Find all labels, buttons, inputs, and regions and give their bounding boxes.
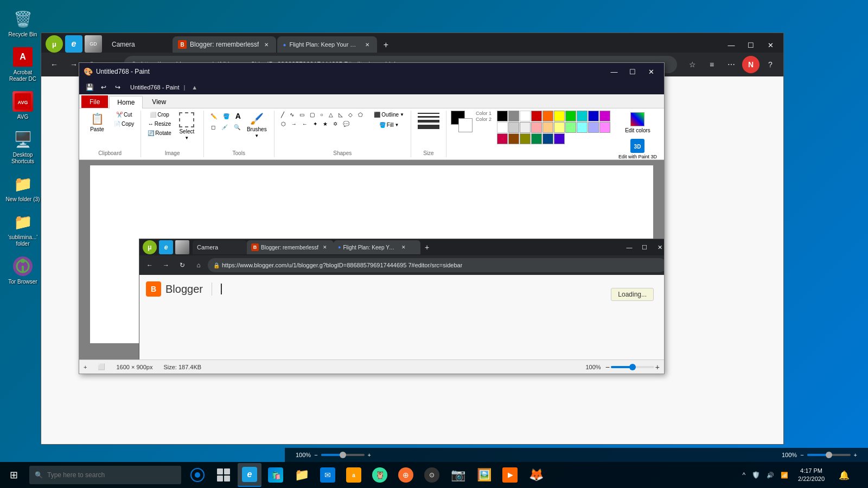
size-line-large[interactable] — [418, 120, 439, 123]
zoom-right-minus[interactable]: − — [800, 452, 803, 458]
paint-minimize-ribbon[interactable]: ▲ — [187, 83, 202, 92]
taskbar-clock[interactable]: 4:17 PM 2/22/2020 — [794, 467, 829, 484]
copy-button[interactable]: 📄 Copy — [112, 120, 136, 128]
swatch-indigo[interactable] — [554, 133, 565, 144]
crop-button[interactable]: ⬜ Crop — [145, 111, 173, 119]
swatch-red[interactable] — [531, 111, 542, 121]
show-desktop-button[interactable] — [859, 462, 863, 488]
select-button[interactable]: Select ▼ — [175, 111, 199, 142]
desktop-icon-avg[interactable]: AVG AVG — [3, 88, 43, 123]
swatch-white[interactable] — [520, 111, 531, 121]
shape-arrow-right[interactable]: → — [289, 120, 299, 128]
size-line-xlarge[interactable] — [418, 125, 439, 129]
swatch-lightcyan[interactable] — [577, 122, 588, 133]
swatch-black[interactable] — [497, 111, 508, 121]
swatch-blue[interactable] — [588, 111, 599, 121]
paint-minimize[interactable]: — — [605, 64, 623, 79]
swatch-lightgreen[interactable] — [565, 122, 576, 133]
tab-home[interactable]: Home — [109, 96, 143, 108]
tray-bitdefender[interactable]: 🛡️ — [750, 469, 762, 481]
help-button[interactable]: ? — [762, 56, 779, 73]
taskbar-firefox[interactable]: 🦊 — [524, 463, 548, 487]
color2-swatch[interactable] — [458, 118, 473, 132]
inner-reload[interactable]: ↻ — [175, 258, 189, 272]
edit-with-paint3d-button[interactable]: 3D Edit with Paint 3D — [616, 137, 660, 161]
swatch-lightpurple[interactable] — [599, 122, 610, 133]
swatch-cyan[interactable] — [577, 111, 588, 121]
browser-close[interactable]: ✕ — [762, 37, 779, 53]
swatch-crimson[interactable] — [497, 133, 508, 144]
shape-curve[interactable]: ∿ — [288, 111, 296, 119]
inner-blogger-tab-close[interactable]: ✕ — [323, 245, 327, 250]
shape-star5[interactable]: ★ — [321, 120, 330, 128]
size-line-medium[interactable] — [418, 116, 439, 118]
browser-minimize[interactable]: — — [723, 37, 740, 53]
qat-redo[interactable]: ↪ — [112, 81, 124, 93]
more-button[interactable]: ⋯ — [723, 56, 740, 73]
swatch-yellow[interactable] — [554, 111, 565, 121]
paint-canvas[interactable]: μ e Camera B Blogger: rememberlessf ✕ — [90, 165, 653, 343]
new-tab-button[interactable]: + — [378, 37, 393, 53]
swatch-lightorange[interactable] — [542, 122, 553, 133]
tab-file[interactable]: File — [81, 95, 108, 108]
inner-minimize[interactable]: — — [622, 240, 636, 254]
zoom-plus[interactable]: + — [655, 363, 660, 371]
inner-new-tab-button[interactable]: + — [420, 241, 433, 254]
inner-home[interactable]: ⌂ — [192, 258, 206, 272]
swatch-orange[interactable] — [542, 111, 553, 121]
desktop-icon-new-folder[interactable]: 📁 New folder (3) — [3, 170, 43, 206]
browser-tab-blogger[interactable]: B Blogger: rememberlessf ✕ — [173, 36, 276, 53]
taskbar-search[interactable]: 🔍 — [29, 466, 181, 484]
color-picker-button[interactable]: 💉 — [219, 123, 230, 131]
text-button[interactable]: A — [233, 111, 243, 121]
inner-forward[interactable]: → — [159, 258, 173, 272]
zoom-minus[interactable]: − — [605, 363, 610, 371]
paint-maximize[interactable]: ☐ — [624, 64, 641, 79]
shape-triangle[interactable]: △ — [327, 111, 335, 119]
swatch-gray[interactable] — [508, 111, 519, 121]
taskbar-store[interactable]: 🛍️ — [264, 463, 288, 487]
shape-diamond[interactable]: ◇ — [346, 111, 355, 119]
browser-tab-flight[interactable]: ● Flight Plan: Keep Your Eyes on... ✕ — [277, 36, 377, 53]
swatch-brown[interactable] — [508, 133, 519, 144]
inner-tab-camera[interactable]: Camera — [193, 240, 247, 254]
inner-flight-tab-close[interactable]: ✕ — [401, 245, 406, 250]
resize-button[interactable]: ↔ Resize — [145, 120, 173, 128]
taskbar-amazon[interactable]: a — [342, 463, 366, 487]
swatch-green[interactable] — [565, 111, 576, 121]
desktop-icon-recycle-bin[interactable]: 🗑️ Recycle Bin — [3, 5, 43, 41]
swatch-white2[interactable] — [497, 122, 508, 133]
pencil-button[interactable]: ✏️ — [208, 111, 219, 121]
shape-ellipse[interactable]: ○ — [318, 111, 326, 119]
favorites-button[interactable]: ☆ — [684, 56, 701, 73]
paint-close[interactable]: ✕ — [642, 64, 660, 79]
zoom-left-minus[interactable]: − — [314, 452, 317, 458]
shape-rounded-rect[interactable]: ▢ — [308, 111, 317, 119]
fill-shape-button[interactable]: 🪣 Fill ▼ — [372, 121, 406, 129]
start-button[interactable]: ⊞ — [0, 462, 27, 488]
hub-button[interactable]: ≡ — [703, 56, 720, 73]
swatch-navy[interactable] — [542, 133, 553, 144]
taskbar-tripadvisor[interactable]: 🦉 — [368, 463, 392, 487]
inner-back[interactable]: ← — [143, 258, 157, 272]
inner-address-bar[interactable]: 🔒 https://www.blogger.com/u/1/blogger.g?… — [208, 258, 664, 272]
edit-colors-button[interactable]: Edit colors — [622, 111, 653, 135]
qat-undo[interactable]: ↩ — [98, 81, 110, 93]
notification-button[interactable]: 🔔 — [832, 463, 856, 487]
desktop-icon-subliminal-folder[interactable]: 📁 'sublimina...' folder — [3, 208, 43, 250]
shape-right-triangle[interactable]: ◺ — [336, 111, 345, 119]
swatch-nearwhite[interactable] — [520, 122, 531, 133]
taskbar-unknown1[interactable]: ⊙ — [420, 463, 444, 487]
user-avatar[interactable]: N — [742, 56, 760, 73]
desktop-icon-acrobat[interactable]: A Acrobat Reader DC — [3, 43, 43, 85]
eraser-button[interactable]: ◻ — [209, 123, 218, 131]
shape-callout[interactable]: 💬 — [341, 120, 352, 128]
fill-button[interactable]: 🪣 — [221, 111, 232, 121]
inner-maximize[interactable]: ☐ — [637, 240, 652, 254]
zoom-slider[interactable] — [611, 366, 654, 368]
inner-tab-flight[interactable]: ● Flight Plan: Keep Your Eyes on... ✕ — [334, 240, 420, 254]
outline-button[interactable]: ⬛ Outline ▼ — [372, 111, 406, 119]
swatch-lightred[interactable] — [531, 122, 542, 133]
shape-hexagon[interactable]: ⬡ — [279, 120, 288, 128]
tray-volume[interactable]: 🔊 — [764, 470, 776, 481]
